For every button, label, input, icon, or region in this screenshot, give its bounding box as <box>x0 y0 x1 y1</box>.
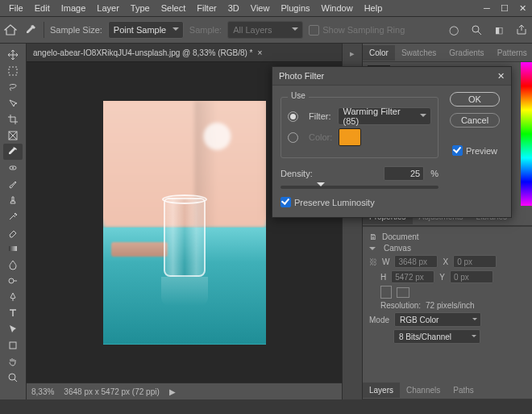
use-group: Use Filter: Warming Filter (85) Color: <box>281 97 438 158</box>
pen-tool-icon[interactable] <box>3 289 23 305</box>
menu-3d[interactable]: 3D <box>222 3 245 13</box>
menu-help[interactable]: Help <box>359 3 389 13</box>
hue-strip[interactable] <box>521 62 532 206</box>
tools-panel <box>0 44 27 399</box>
y-field[interactable]: 0 px <box>450 270 493 283</box>
tab-patterns[interactable]: Patterns <box>491 45 532 61</box>
cancel-button[interactable]: Cancel <box>450 113 500 128</box>
dock-icon[interactable]: ▸ <box>350 48 355 59</box>
dodge-tool-icon[interactable] <box>3 273 23 289</box>
sample-layers-select: All Layers <box>227 21 303 39</box>
eyedropper-tool-icon[interactable] <box>3 144 23 160</box>
filter-select[interactable]: Warming Filter (85) <box>338 107 432 125</box>
brush-tool-icon[interactable] <box>3 176 23 192</box>
tab-channels[interactable]: Channels <box>400 383 447 398</box>
maximize-icon[interactable]: ☐ <box>498 2 511 14</box>
history-brush-tool-icon[interactable] <box>3 208 23 224</box>
properties-panel: 🗎Document Canvas ⛓ W 3648 px X 0 px H 54… <box>363 226 532 349</box>
density-slider-thumb[interactable] <box>317 182 325 190</box>
menu-image[interactable]: Image <box>56 3 92 13</box>
menu-select[interactable]: Select <box>156 3 192 13</box>
canvas-group[interactable]: Canvas <box>369 244 526 253</box>
minimize-icon[interactable]: ─ <box>480 2 493 14</box>
density-unit: % <box>430 169 438 178</box>
orientation-landscape-icon[interactable] <box>397 287 409 298</box>
menu-edit[interactable]: Edit <box>29 3 56 13</box>
color-swatch[interactable] <box>339 128 361 146</box>
filter-radio[interactable] <box>288 111 298 122</box>
link-icon[interactable]: ⛓ <box>369 257 377 266</box>
document-tab[interactable]: angelo-abear-IO8XRikqJU4-unsplash.jpg @ … <box>27 44 342 62</box>
close-window-icon[interactable]: ✕ <box>516 2 529 14</box>
dialog-close-icon[interactable]: ✕ <box>497 71 505 82</box>
home-icon[interactable] <box>3 23 18 37</box>
stamp-tool-icon[interactable] <box>3 192 23 208</box>
w-field[interactable]: 3648 px <box>394 255 438 268</box>
mode-select[interactable]: RGB Color <box>394 312 481 327</box>
crop-tool-icon[interactable] <box>3 111 23 128</box>
marquee-tool-icon[interactable] <box>3 63 23 79</box>
x-label: X <box>443 257 448 266</box>
w-label: W <box>382 257 389 266</box>
tab-gradients[interactable]: Gradients <box>443 45 490 61</box>
density-input[interactable]: 25 <box>384 166 424 181</box>
status-arrow-icon[interactable]: ▶ <box>169 387 176 396</box>
ok-button[interactable]: OK <box>450 92 500 107</box>
share-icon[interactable] <box>514 23 529 37</box>
h-label: H <box>380 273 386 282</box>
filter-label: Filter: <box>309 111 331 121</box>
x-field[interactable]: 0 px <box>453 255 497 268</box>
properties-doc-label: Document <box>382 232 419 241</box>
move-tool-icon[interactable] <box>3 47 23 63</box>
blur-tool-icon[interactable] <box>3 257 23 273</box>
shape-tool-icon[interactable] <box>3 337 23 353</box>
menu-plugins[interactable]: Plugins <box>275 3 315 13</box>
healing-tool-icon[interactable] <box>3 160 23 176</box>
cloud-icon[interactable]: ◯ <box>447 23 461 37</box>
orientation-portrait-icon[interactable] <box>380 286 392 299</box>
zoom-tool-icon[interactable] <box>3 370 23 386</box>
preserve-luminosity-label: Preserve Luminosity <box>294 198 375 207</box>
sample-size-select[interactable]: Point Sample <box>108 21 184 39</box>
quick-select-tool-icon[interactable] <box>3 95 23 111</box>
svg-point-7 <box>9 374 15 380</box>
density-slider[interactable] <box>281 186 438 189</box>
tab-paths[interactable]: Paths <box>447 383 480 398</box>
use-legend: Use <box>288 91 309 100</box>
h-field[interactable]: 5472 px <box>391 270 434 283</box>
preview-checkbox[interactable] <box>452 145 463 156</box>
type-tool-icon[interactable] <box>3 305 23 321</box>
path-select-tool-icon[interactable] <box>3 321 23 337</box>
show-sampling-ring: Show Sampling Ring <box>309 25 405 36</box>
menu-layer[interactable]: Layer <box>91 3 125 13</box>
tab-color[interactable]: Color <box>363 45 395 61</box>
document-image <box>103 101 266 345</box>
status-bar: 8,33% 3648 px x 5472 px (72 ppi) ▶ <box>27 383 342 399</box>
resolution-value: 72 pixels/inch <box>426 301 475 310</box>
workspace-icon[interactable]: ◧ <box>492 23 506 37</box>
eraser-tool-icon[interactable] <box>3 224 23 240</box>
preserve-luminosity-checkbox[interactable] <box>281 197 291 207</box>
menu-filter[interactable]: Filter <box>191 3 222 13</box>
color-label: Color: <box>309 132 332 142</box>
search-icon[interactable] <box>469 23 484 37</box>
bits-select[interactable]: 8 Bits/Channel <box>393 329 480 344</box>
gradient-tool-icon[interactable] <box>3 240 23 257</box>
hand-tool-icon[interactable] <box>3 353 23 370</box>
menu-type[interactable]: Type <box>125 3 156 13</box>
lasso-tool-icon[interactable] <box>3 79 23 95</box>
document-icon: 🗎 <box>369 232 377 241</box>
frame-tool-icon[interactable] <box>3 128 23 144</box>
menu-file[interactable]: File <box>3 3 29 13</box>
dialog-titlebar[interactable]: Photo Filter ✕ <box>272 67 511 86</box>
menu-view[interactable]: View <box>245 3 276 13</box>
tab-swatches[interactable]: Swatches <box>395 45 443 61</box>
status-zoom[interactable]: 8,33% <box>31 387 54 396</box>
close-tab-icon[interactable]: × <box>258 48 263 57</box>
eyedropper-icon[interactable] <box>23 23 38 37</box>
dialog-title: Photo Filter <box>279 71 324 81</box>
tab-layers[interactable]: Layers <box>363 383 400 398</box>
options-bar: Sample Size: Point Sample Sample: All La… <box>0 16 532 44</box>
color-radio[interactable] <box>288 132 298 143</box>
menu-window[interactable]: Window <box>316 3 359 13</box>
